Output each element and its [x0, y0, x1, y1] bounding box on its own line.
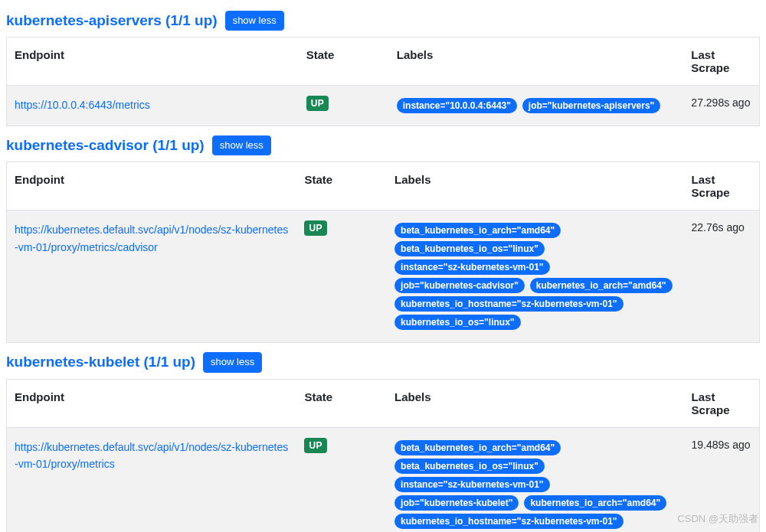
- labels-cell: instance="10.0.0.4:6443" job="kubernetes…: [389, 86, 684, 126]
- targets-page: kubernetes-apiservers (1/1 up)show lessE…: [6, 11, 760, 532]
- target-group: kubernetes-cadvisor (1/1 up)show lessEnd…: [6, 135, 760, 343]
- label-pill: beta_kubernetes_io_arch="amd64": [394, 440, 561, 455]
- label-pill: job="kubernetes-apiservers": [522, 98, 660, 113]
- column-header-endpoint: Endpoint: [7, 162, 297, 211]
- state-badge-up: UP: [306, 96, 329, 111]
- column-header-state: State: [299, 38, 389, 86]
- show-less-button[interactable]: show less: [203, 352, 262, 372]
- state-badge-up: UP: [304, 220, 327, 236]
- label-pill: kubernetes_io_arch="amd64": [524, 495, 666, 511]
- target-group: kubernetes-kubelet (1/1 up)show lessEndp…: [6, 352, 760, 532]
- show-less-button[interactable]: show less: [225, 11, 284, 31]
- group-title[interactable]: kubernetes-kubelet (1/1 up): [6, 354, 195, 370]
- show-less-button[interactable]: show less: [212, 135, 271, 155]
- column-header-state: State: [296, 162, 387, 211]
- label-pill: beta_kubernetes_io_arch="amd64": [394, 223, 561, 238]
- labels-cell: beta_kubernetes_io_arch="amd64" beta_kub…: [387, 427, 683, 532]
- table-row: https://10.0.0.4:6443/metricsUPinstance=…: [7, 86, 760, 126]
- endpoint-link[interactable]: https://10.0.0.4:6443/metrics: [15, 99, 150, 111]
- column-header-labels: Labels: [387, 162, 683, 211]
- column-header-endpoint: Endpoint: [7, 38, 299, 86]
- group-title[interactable]: kubernetes-cadvisor (1/1 up): [6, 137, 205, 154]
- column-header-labels: Labels: [389, 38, 684, 86]
- label-pill: instance="10.0.0.4:6443": [397, 98, 517, 113]
- table-row: https://kubernetes.default.svc/api/v1/no…: [7, 427, 760, 532]
- label-pill: beta_kubernetes_io_os="linux": [394, 459, 545, 474]
- state-badge-up: UP: [304, 438, 327, 453]
- label-pill: kubernetes_io_hostname="sz-kubernetes-vm…: [394, 514, 623, 529]
- column-header-endpoint: Endpoint: [7, 379, 297, 427]
- group-title[interactable]: kubernetes-apiservers (1/1 up): [6, 12, 218, 29]
- last-scrape-value: 22.76s ago: [692, 221, 745, 233]
- targets-table: EndpointStateLabelsLast Scrapehttps://10…: [6, 37, 760, 126]
- label-pill: kubernetes_io_arch="amd64": [530, 278, 673, 293]
- label-pill: job="kubernetes-kubelet": [394, 495, 519, 511]
- label-pill: job="kubernetes-cadvisor": [394, 278, 525, 293]
- column-header-labels: Labels: [387, 379, 683, 427]
- column-header-last-scrape: Last Scrape: [684, 379, 760, 427]
- table-row: https://kubernetes.default.svc/api/v1/no…: [7, 211, 760, 343]
- endpoint-link[interactable]: https://kubernetes.default.svc/api/v1/no…: [15, 441, 288, 470]
- endpoint-link[interactable]: https://kubernetes.default.svc/api/v1/no…: [15, 224, 288, 253]
- column-header-last-scrape: Last Scrape: [684, 162, 760, 211]
- label-pill: kubernetes_io_hostname="sz-kubernetes-vm…: [394, 296, 623, 312]
- column-header-state: State: [296, 379, 387, 427]
- label-pill: kubernetes_io_os="linux": [394, 315, 520, 330]
- targets-table: EndpointStateLabelsLast Scrapehttps://ku…: [6, 379, 760, 532]
- labels-cell: beta_kubernetes_io_arch="amd64" beta_kub…: [387, 211, 683, 343]
- group-header: kubernetes-kubelet (1/1 up)show less: [6, 352, 760, 372]
- last-scrape-value: 19.489s ago: [692, 439, 751, 451]
- label-pill: instance="sz-kubernetes-vm-01": [394, 259, 549, 275]
- group-header: kubernetes-apiservers (1/1 up)show less: [6, 11, 760, 31]
- last-scrape-value: 27.298s ago: [691, 96, 750, 109]
- column-header-last-scrape: Last Scrape: [683, 38, 759, 86]
- target-group: kubernetes-apiservers (1/1 up)show lessE…: [6, 11, 760, 126]
- targets-table: EndpointStateLabelsLast Scrapehttps://ku…: [6, 162, 760, 343]
- group-header: kubernetes-cadvisor (1/1 up)show less: [6, 135, 760, 155]
- label-pill: instance="sz-kubernetes-vm-01": [394, 477, 549, 492]
- label-pill: beta_kubernetes_io_os="linux": [394, 241, 545, 256]
